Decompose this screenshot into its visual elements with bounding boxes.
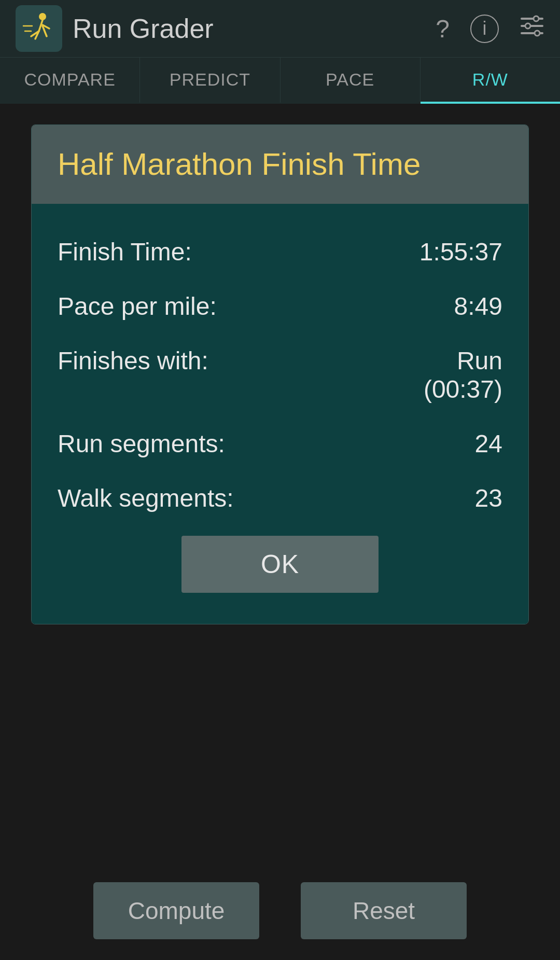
reset-button[interactable]: Reset bbox=[301, 882, 467, 939]
app-title: Run Grader bbox=[73, 13, 425, 44]
bottom-area: Compute Reset bbox=[0, 882, 560, 939]
svg-point-13 bbox=[535, 31, 540, 36]
pace-row: Pace per mile: 8:49 bbox=[58, 279, 502, 333]
svg-point-12 bbox=[525, 23, 530, 29]
pace-label: Pace per mile: bbox=[58, 292, 217, 321]
tab-rw[interactable]: R/W bbox=[421, 58, 560, 104]
run-segments-value: 24 bbox=[475, 429, 502, 458]
tab-bar: COMPARE PREDICT PACE R/W bbox=[0, 57, 560, 104]
help-icon[interactable]: ? bbox=[436, 15, 450, 43]
top-icons: ? i bbox=[436, 13, 544, 44]
finishes-with-value: Run (00:37) bbox=[424, 346, 502, 404]
finish-time-value: 1:55:37 bbox=[419, 238, 502, 266]
pace-value: 8:49 bbox=[454, 292, 502, 321]
walk-segments-row: Walk segments: 23 bbox=[58, 471, 502, 525]
tab-pace[interactable]: PACE bbox=[281, 58, 421, 104]
run-segments-row: Run segments: 24 bbox=[58, 416, 502, 471]
ok-button-container: OK bbox=[58, 525, 502, 598]
finishes-with-row: Finishes with: Run (00:37) bbox=[58, 333, 502, 416]
dialog-title: Half Marathon Finish Time bbox=[58, 146, 502, 183]
run-segments-label: Run segments: bbox=[58, 429, 225, 458]
finish-time-label: Finish Time: bbox=[58, 238, 192, 266]
top-bar: Run Grader ? i bbox=[0, 0, 560, 57]
main-content: Half Marathon Finish Time Finish Time: 1… bbox=[0, 104, 560, 645]
svg-point-11 bbox=[534, 16, 539, 21]
svg-point-0 bbox=[39, 13, 46, 20]
dialog-body: Finish Time: 1:55:37 Pace per mile: 8:49… bbox=[32, 204, 528, 624]
info-icon[interactable]: i bbox=[470, 15, 499, 43]
walk-segments-label: Walk segments: bbox=[58, 484, 234, 512]
compute-button[interactable]: Compute bbox=[93, 882, 259, 939]
finishes-with-label: Finishes with: bbox=[58, 346, 208, 375]
result-dialog: Half Marathon Finish Time Finish Time: 1… bbox=[31, 124, 529, 624]
tab-compare[interactable]: COMPARE bbox=[0, 58, 140, 104]
ok-button[interactable]: OK bbox=[181, 536, 379, 593]
finish-time-row: Finish Time: 1:55:37 bbox=[58, 225, 502, 279]
dialog-header: Half Marathon Finish Time bbox=[32, 125, 528, 204]
tab-predict[interactable]: PREDICT bbox=[140, 58, 280, 104]
settings-icon[interactable] bbox=[520, 13, 544, 44]
app-logo bbox=[16, 5, 62, 52]
walk-segments-value: 23 bbox=[475, 484, 502, 512]
